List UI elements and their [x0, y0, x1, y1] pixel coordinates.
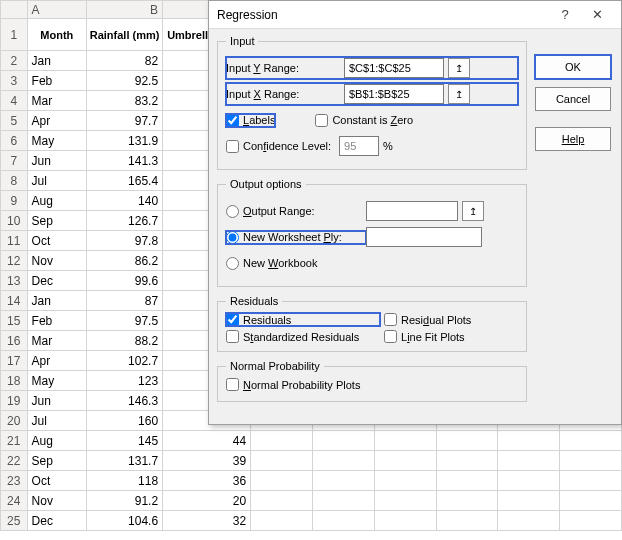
help-button[interactable]: Help: [535, 127, 611, 151]
cell[interactable]: Apr: [27, 111, 86, 131]
cell[interactable]: 92.5: [87, 71, 163, 91]
cell[interactable]: [374, 491, 436, 511]
cell[interactable]: 36: [163, 471, 251, 491]
cell[interactable]: 102.7: [87, 351, 163, 371]
cell[interactable]: 145: [87, 431, 163, 451]
input-x-range[interactable]: [344, 84, 444, 104]
row-header[interactable]: 17: [1, 351, 28, 371]
row-header[interactable]: 12: [1, 251, 28, 271]
row-header[interactable]: 2: [1, 51, 28, 71]
cell[interactable]: May: [27, 371, 86, 391]
cell[interactable]: Mar: [27, 91, 86, 111]
cell[interactable]: Aug: [27, 191, 86, 211]
cell[interactable]: [560, 471, 622, 491]
row-header[interactable]: 22: [1, 451, 28, 471]
row-header[interactable]: 4: [1, 91, 28, 111]
cell[interactable]: 88.2: [87, 331, 163, 351]
cell[interactable]: [374, 511, 436, 531]
cell[interactable]: 160: [87, 411, 163, 431]
cell[interactable]: 123: [87, 371, 163, 391]
row-header[interactable]: 8: [1, 171, 28, 191]
cell[interactable]: [251, 491, 313, 511]
cell[interactable]: Feb: [27, 311, 86, 331]
cell[interactable]: 91.2: [87, 491, 163, 511]
row-header[interactable]: 19: [1, 391, 28, 411]
cell[interactable]: 97.8: [87, 231, 163, 251]
column-header[interactable]: A: [27, 1, 86, 19]
row-header[interactable]: 10: [1, 211, 28, 231]
cell-header-rainfall[interactable]: Rainfall (mm): [87, 19, 163, 51]
collapse-icon[interactable]: ↥: [448, 58, 470, 78]
cell[interactable]: [560, 511, 622, 531]
cell[interactable]: 126.7: [87, 211, 163, 231]
row-header[interactable]: 13: [1, 271, 28, 291]
cell[interactable]: Nov: [27, 251, 86, 271]
cell[interactable]: 20: [163, 491, 251, 511]
cell[interactable]: [436, 511, 498, 531]
cell[interactable]: 165.4: [87, 171, 163, 191]
cell[interactable]: Aug: [27, 431, 86, 451]
select-all-cell[interactable]: [1, 1, 28, 19]
confidence-level-checkbox[interactable]: Confidence Level:: [226, 140, 331, 153]
cell[interactable]: [312, 511, 374, 531]
cell[interactable]: 82: [87, 51, 163, 71]
cell[interactable]: May: [27, 131, 86, 151]
cell[interactable]: [498, 511, 560, 531]
output-range-radio[interactable]: Output Range:: [226, 205, 366, 218]
cell[interactable]: Sep: [27, 451, 86, 471]
cell[interactable]: 146.3: [87, 391, 163, 411]
cell[interactable]: [498, 471, 560, 491]
cell[interactable]: [560, 451, 622, 471]
new-worksheet-input[interactable]: [366, 227, 482, 247]
residuals-checkbox[interactable]: Residuals: [226, 313, 380, 326]
cell[interactable]: [498, 491, 560, 511]
cell[interactable]: [251, 471, 313, 491]
cell[interactable]: [312, 431, 374, 451]
cell[interactable]: 140: [87, 191, 163, 211]
cell[interactable]: 118: [87, 471, 163, 491]
cell[interactable]: [436, 431, 498, 451]
cell[interactable]: Mar: [27, 331, 86, 351]
cell-header-month[interactable]: Month: [27, 19, 86, 51]
cell[interactable]: 83.2: [87, 91, 163, 111]
cell[interactable]: 131.7: [87, 451, 163, 471]
cell[interactable]: [312, 491, 374, 511]
cell[interactable]: Sep: [27, 211, 86, 231]
cell[interactable]: Feb: [27, 71, 86, 91]
cell[interactable]: Jun: [27, 391, 86, 411]
cancel-button[interactable]: Cancel: [535, 87, 611, 111]
row-header[interactable]: 14: [1, 291, 28, 311]
row-header[interactable]: 16: [1, 331, 28, 351]
row-header[interactable]: 6: [1, 131, 28, 151]
row-header[interactable]: 3: [1, 71, 28, 91]
cell[interactable]: Nov: [27, 491, 86, 511]
row-header[interactable]: 25: [1, 511, 28, 531]
input-y-range[interactable]: [344, 58, 444, 78]
cell[interactable]: Jul: [27, 171, 86, 191]
row-header[interactable]: 18: [1, 371, 28, 391]
cell[interactable]: 97.5: [87, 311, 163, 331]
row-header[interactable]: 9: [1, 191, 28, 211]
cell[interactable]: [374, 471, 436, 491]
cell[interactable]: 87: [87, 291, 163, 311]
row-header[interactable]: 15: [1, 311, 28, 331]
cell[interactable]: Dec: [27, 511, 86, 531]
cell[interactable]: [498, 451, 560, 471]
cell[interactable]: [374, 451, 436, 471]
cell[interactable]: [436, 491, 498, 511]
row-header[interactable]: 11: [1, 231, 28, 251]
new-workbook-radio[interactable]: New Workbook: [226, 257, 317, 270]
cell[interactable]: Jul: [27, 411, 86, 431]
cell[interactable]: [560, 431, 622, 451]
help-icon[interactable]: ?: [549, 7, 581, 22]
cell[interactable]: 44: [163, 431, 251, 451]
constant-zero-checkbox[interactable]: Constant is Zero: [315, 114, 413, 127]
cell[interactable]: Dec: [27, 271, 86, 291]
cell[interactable]: Jan: [27, 51, 86, 71]
cell[interactable]: [560, 491, 622, 511]
new-worksheet-radio[interactable]: New Worksheet Ply:: [226, 231, 366, 244]
cell[interactable]: Apr: [27, 351, 86, 371]
line-fit-plots-checkbox[interactable]: Line Fit Plots: [384, 330, 514, 343]
cell[interactable]: 32: [163, 511, 251, 531]
row-header[interactable]: 20: [1, 411, 28, 431]
